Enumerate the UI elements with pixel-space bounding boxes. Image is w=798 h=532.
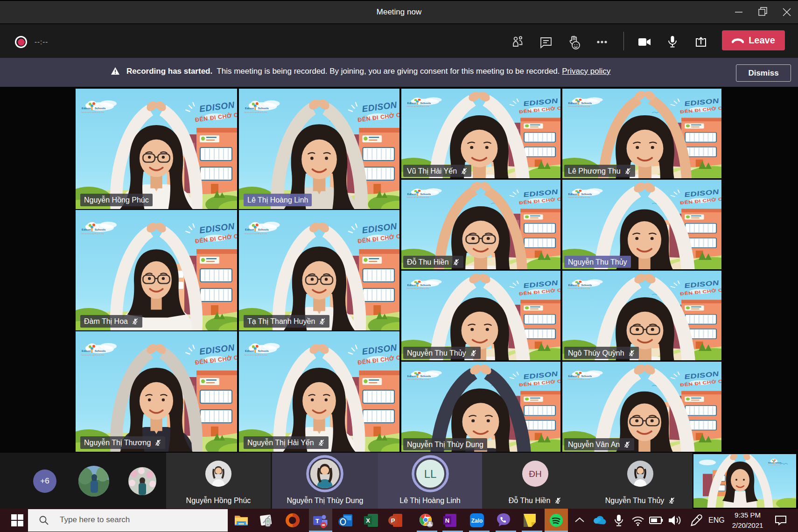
- svg-text:N: N: [445, 517, 449, 524]
- svg-text:T: T: [315, 518, 319, 525]
- svg-text:LL: LL: [424, 468, 437, 480]
- svg-text:ĐH: ĐH: [529, 469, 541, 479]
- svg-text:Zalo: Zalo: [471, 518, 483, 524]
- svg-text:P: P: [391, 517, 395, 524]
- svg-text:X: X: [366, 517, 370, 524]
